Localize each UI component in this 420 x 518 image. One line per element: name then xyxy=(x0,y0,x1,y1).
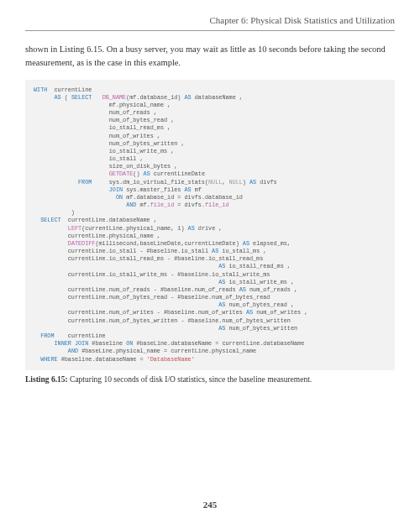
code-text: drive , xyxy=(195,225,223,232)
code-text: currentLine xyxy=(54,332,105,339)
code-text: currentLine.num_of_writes - #baseline.nu… xyxy=(34,309,246,316)
code-text xyxy=(34,263,218,269)
kw: AS xyxy=(188,225,195,232)
code-text: ( xyxy=(61,94,71,101)
fn: LEFT xyxy=(68,225,81,232)
code-text: io_stall_write_ms , xyxy=(225,279,294,285)
chapter-header: Chapter 6: Physical Disk Statistics and … xyxy=(25,15,395,31)
fn: file_id xyxy=(205,201,229,208)
code-text: io_stall_ms , xyxy=(218,248,266,254)
code-text xyxy=(34,240,68,247)
kw: FROM xyxy=(34,179,92,186)
code-text: mf xyxy=(192,186,202,193)
code-text: num_of_reads , xyxy=(246,286,297,293)
code-text: num_of_writes , xyxy=(34,133,160,139)
code-text: num_of_bytes_written xyxy=(225,325,297,332)
code-text: elapsed_ms, xyxy=(249,240,291,247)
kw: WITH xyxy=(34,86,47,93)
code-listing: WITH currentLine AS ( SELECT DB_NAME(mf.… xyxy=(25,80,395,370)
code-text: num_of_bytes_read , xyxy=(34,117,174,123)
code-text xyxy=(34,325,218,332)
null: NULL xyxy=(229,179,243,186)
code-text: (mf.database_id) xyxy=(126,94,184,101)
kw: AS xyxy=(239,286,246,293)
body-paragraph: shown in Listing 6.15. On a busy server,… xyxy=(25,43,395,70)
code-text: #baseLine.physical_name = currentLine.ph… xyxy=(78,348,256,354)
caption-label: Listing 6.15: xyxy=(25,375,68,384)
kw: INNER JOIN xyxy=(54,340,88,347)
kw: AS xyxy=(184,186,191,193)
kw: AND xyxy=(68,348,78,354)
code-text xyxy=(34,301,218,308)
code-text: sys.master_files xyxy=(123,186,184,193)
code-text: divfs xyxy=(256,179,276,186)
kw: WHERE xyxy=(34,356,58,363)
code-text: ) xyxy=(243,179,249,186)
code-text: mf.database_id = divfs.database_id xyxy=(123,194,243,201)
code-text: currentLine.num_of_reads - #baseline.num… xyxy=(34,286,239,293)
code-text: (currentLine.physical_name, 1) xyxy=(81,225,187,232)
fn: DATEDIFF xyxy=(68,240,96,247)
code-text: #baseLine.databaseName = currentLine.dat… xyxy=(133,340,304,347)
code-text xyxy=(34,348,68,354)
kw: AS xyxy=(34,94,61,101)
code-text: currentLine.physical_name , xyxy=(34,233,160,239)
code-text: currentLine.num_of_bytes_written - #base… xyxy=(34,317,291,324)
code-text: sys.dm_io_virtual_file_stats( xyxy=(92,179,208,186)
code-text: currentLineDate xyxy=(150,170,205,177)
code-text: num_of_writes , xyxy=(253,309,307,316)
code-text: currentLine.io_stall_write_ms - #baselin… xyxy=(34,271,270,278)
code-text: io_stall_read_ms , xyxy=(225,263,291,269)
code-text xyxy=(34,170,109,177)
code-text: () xyxy=(133,170,143,177)
code-text: mf.physical_name , xyxy=(34,102,171,108)
fn: GETDATE xyxy=(109,170,134,177)
code-text: mf. xyxy=(136,201,150,208)
code-text: currentLine.num_of_bytes_read - #baselin… xyxy=(34,294,270,301)
null: NULL xyxy=(208,179,222,186)
kw: SELECT xyxy=(34,217,61,223)
code-text: (millisecond,baseLineDate,currentLineDat… xyxy=(95,240,242,247)
code-text: databaseName , xyxy=(192,94,243,101)
code-text xyxy=(34,225,68,232)
code-text: io_stall_read_ms , xyxy=(34,124,171,131)
kw: SELECT xyxy=(71,94,92,101)
code-text: num_of_reads , xyxy=(34,109,157,116)
kw: ON xyxy=(116,194,123,201)
fn: DB_NAME xyxy=(102,94,127,101)
code-text: size_on_disk_bytes , xyxy=(34,163,177,170)
string: 'DatabaseName' xyxy=(147,356,195,363)
kw: AS xyxy=(246,309,253,316)
code-text xyxy=(34,194,116,201)
code-text: io_stall_write_ms , xyxy=(34,148,174,154)
fn: file_id xyxy=(150,201,175,208)
code-text: currentLine xyxy=(47,86,92,93)
code-text xyxy=(34,340,54,347)
caption-text: Capturing 10 seconds of disk I/O statist… xyxy=(68,375,312,384)
kw: AND xyxy=(126,201,136,208)
code-text xyxy=(34,279,218,285)
code-text: , xyxy=(222,179,228,186)
code-text: #baseline.databaseName = xyxy=(58,356,147,363)
kw: FROM xyxy=(34,332,54,339)
code-text: = divfs. xyxy=(174,201,205,208)
code-text: ) xyxy=(34,209,75,216)
code-text: currentLine.databaseName , xyxy=(61,217,157,223)
listing-caption: Listing 6.15: Capturing 10 seconds of di… xyxy=(25,375,395,384)
code-text: #baseline xyxy=(88,340,126,347)
code-text: io_stall , xyxy=(34,155,144,162)
kw: AS xyxy=(249,179,256,186)
code-text: currentLine.io_stall_read_ms - #baseline… xyxy=(34,255,263,262)
kw: AS xyxy=(243,240,249,247)
code-text xyxy=(34,201,126,208)
code-text: num_of_bytes_written , xyxy=(34,140,184,147)
kw: AS xyxy=(144,170,150,177)
page-number: 245 xyxy=(0,500,420,510)
code-text xyxy=(92,94,102,101)
code-text xyxy=(34,186,109,193)
code-text: currentLine.io_stall - #baseline.io_stal… xyxy=(34,248,212,254)
kw: JOIN xyxy=(109,186,123,193)
code-text: num_of_bytes_read , xyxy=(225,301,294,308)
kw: AS xyxy=(185,94,192,101)
